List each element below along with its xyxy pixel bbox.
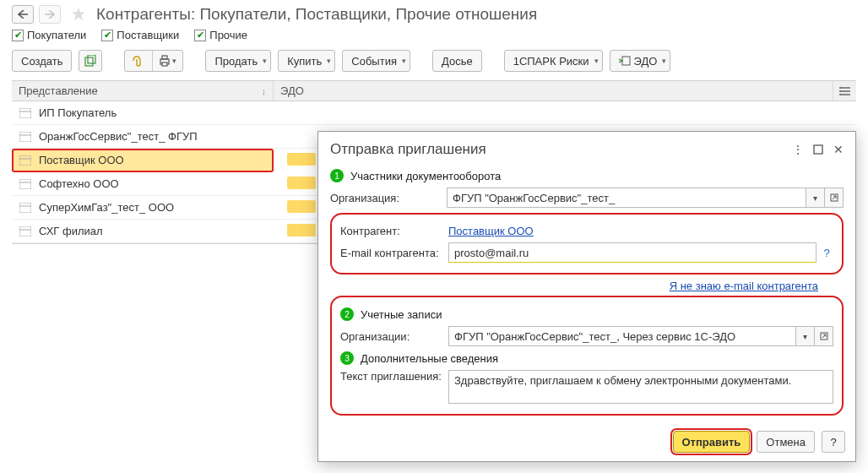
table-row[interactable]: Поставщик ООО	[12, 149, 274, 172]
col-label: Представление	[19, 84, 98, 97]
card-icon	[19, 225, 32, 238]
list-icon	[839, 86, 851, 96]
contractor-link[interactable]: Поставщик ООО	[448, 225, 534, 237]
filter-label: Прочие	[209, 29, 247, 41]
open-button[interactable]	[815, 326, 833, 346]
step-label: Участники документооборота	[350, 170, 501, 182]
step-3-header: 3 Дополнительные сведения	[340, 351, 833, 365]
maximize-icon	[813, 144, 823, 155]
dropdown-button[interactable]: ▾	[806, 188, 825, 208]
caret-icon: ▾	[263, 57, 267, 65]
events-button[interactable]: События▾	[342, 50, 410, 72]
svg-point-6	[839, 87, 841, 89]
svg-rect-13	[19, 155, 31, 166]
svg-rect-11	[19, 132, 31, 142]
filter-label: Поставщики	[117, 29, 179, 41]
edo-status-badge	[287, 153, 316, 166]
card-icon	[19, 106, 32, 120]
step-1-header: 1 Участники документооборота	[330, 169, 844, 182]
edo-status-badge	[287, 200, 316, 213]
print-button[interactable]: ▾	[152, 51, 182, 71]
row-text: ИП Покупатель	[39, 106, 856, 119]
table-row[interactable]: ИП Покупатель	[12, 101, 856, 125]
filter-label: Покупатели	[27, 29, 86, 41]
card-icon	[19, 177, 32, 191]
copy-icon	[84, 55, 96, 67]
page-title: Контрагенты: Покупатели, Поставщики, Про…	[96, 5, 537, 24]
step-2-header: 2 Учетные записи	[340, 307, 833, 321]
edo-label: ЭДО	[634, 55, 658, 68]
dropdown-button[interactable]: ▾	[796, 326, 815, 346]
edo-icon	[619, 56, 631, 66]
svg-rect-9	[19, 108, 31, 118]
contractor-label: Контрагент:	[340, 225, 448, 237]
svg-rect-15	[19, 179, 31, 189]
col-label: ЭДО	[280, 84, 304, 97]
printer-icon	[159, 55, 171, 67]
svg-rect-3	[162, 56, 167, 59]
col-presentation-header[interactable]: Представление ↓	[12, 81, 274, 101]
sell-button[interactable]: Продать▾	[205, 50, 271, 72]
buy-button[interactable]: Купить▾	[278, 50, 335, 72]
edo-status-badge	[287, 224, 316, 236]
send-button[interactable]: Отправить	[673, 431, 751, 453]
invitation-textarea[interactable]: Здравствуйте, приглашаем к обмену электр…	[448, 370, 833, 404]
checkbox-icon: ✔	[12, 30, 24, 41]
invitation-text-label: Текст приглашения:	[340, 370, 448, 383]
step-label: Дополнительные сведения	[361, 352, 498, 365]
col-edo-header[interactable]: ЭДО	[274, 81, 833, 101]
events-label: События	[351, 55, 397, 68]
help-icon[interactable]: ?	[820, 247, 833, 259]
card-icon	[19, 154, 32, 167]
contractor-frame: Контрагент: Поставщик ООО E-mail контраг…	[330, 213, 844, 275]
svg-rect-17	[19, 203, 31, 213]
favorite-star-icon[interactable]	[69, 5, 88, 24]
dossier-button[interactable]: Досье	[432, 50, 482, 72]
organization-label: Организация:	[330, 192, 447, 204]
nav-forward-button[interactable]	[39, 5, 61, 24]
nav-back-button[interactable]	[12, 5, 34, 24]
popup-close-button[interactable]: ✕	[828, 140, 849, 159]
no-email-link[interactable]: Я не знаю e-mail контрагента	[670, 280, 818, 292]
open-icon	[820, 332, 828, 340]
popup-title: Отправка приглашения	[330, 141, 788, 158]
step-number-badge: 2	[340, 307, 354, 321]
accounts-frame: 2 Учетные записи Организации: ФГУП "Оран…	[330, 296, 844, 416]
caret-icon: ▾	[594, 57, 599, 65]
copy-button[interactable]	[79, 50, 102, 72]
spark-label: 1СПАРК Риски	[513, 55, 589, 68]
attach-print-group: ▾	[124, 50, 183, 72]
svg-point-8	[839, 94, 841, 95]
help-button[interactable]: ?	[822, 431, 845, 453]
spark-button[interactable]: 1СПАРК Риски▾	[504, 50, 603, 72]
svg-rect-0	[85, 57, 93, 66]
svg-rect-4	[162, 63, 167, 66]
svg-rect-19	[19, 226, 31, 236]
clip-icon	[131, 55, 143, 67]
popup-maximize-button[interactable]	[808, 140, 828, 159]
open-button[interactable]	[825, 188, 844, 208]
edo-button[interactable]: ЭДО▾	[610, 50, 671, 72]
filter-suppliers[interactable]: ✔ Поставщики	[101, 29, 179, 41]
arrow-left-icon	[18, 10, 28, 19]
arrow-right-icon	[45, 10, 55, 19]
create-button[interactable]: Создать	[12, 50, 72, 72]
filter-checkbox-row: ✔ Покупатели ✔ Поставщики ✔ Прочие	[0, 27, 868, 50]
filter-other[interactable]: ✔ Прочие	[194, 29, 247, 41]
step-number-badge: 1	[330, 169, 344, 182]
cancel-button[interactable]: Отмена	[757, 431, 815, 453]
popup-more-button[interactable]: ⋮	[788, 140, 808, 159]
edo-status-column	[287, 153, 316, 236]
sort-arrow-icon: ↓	[262, 86, 267, 96]
organizations-input[interactable]: ФГУП "ОранжГосСервис"_тест_, Через серви…	[448, 326, 796, 346]
organization-input[interactable]: ФГУП "ОранжГосСервис"_тест_	[447, 188, 806, 208]
sell-label: Продать	[214, 55, 258, 68]
email-input[interactable]: prosto@mail.ru	[448, 242, 816, 263]
buy-label: Купить	[287, 55, 322, 68]
checkbox-icon: ✔	[101, 30, 113, 41]
attach-button[interactable]	[125, 51, 149, 71]
open-icon	[830, 193, 838, 202]
filter-buyers[interactable]: ✔ Покупатели	[12, 29, 86, 41]
table-menu-button[interactable]	[833, 81, 856, 101]
organizations-label: Организации:	[340, 330, 448, 343]
